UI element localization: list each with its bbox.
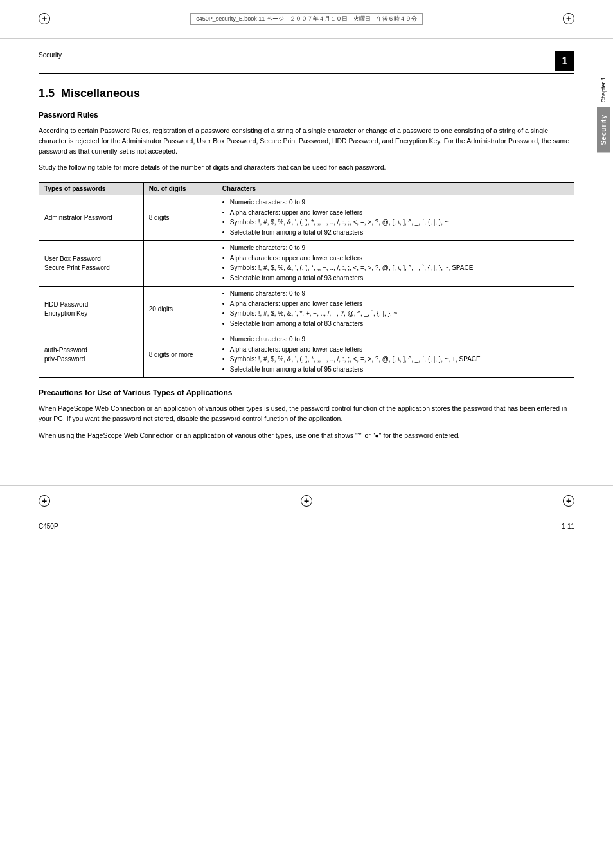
main-content: Security 1 1.5 Miscellaneous Password Ru… (0, 39, 613, 485)
section-title: 1.5 Miscellaneous (39, 87, 574, 100)
char-item: Numeric characters: 0 to 9 (222, 198, 569, 208)
char-list-hdd: Numeric characters: 0 to 9 Alpha charact… (222, 289, 569, 329)
char-item: Selectable from among a total of 83 char… (222, 320, 569, 329)
char-list-auth: Numeric characters: 0 to 9 Alpha charact… (222, 335, 569, 374)
top-registration-bar: c450P_security_E.book 11 ページ ２００７年４月１０日 … (0, 0, 613, 39)
table-header-characters: Characters (217, 183, 574, 195)
table-row: User Box Password Secure Print Password … (39, 241, 574, 287)
subsection-title-password-rules: Password Rules (39, 111, 574, 120)
char-item: Alpha characters: upper and lower case l… (222, 300, 569, 309)
table-row: Administrator Password 8 digits Numeric … (39, 195, 574, 241)
subsection-title-precautions: Precautions for Use of Various Types of … (39, 388, 574, 397)
pw-type-admin: Administrator Password (39, 195, 144, 241)
left-content-area: Security 1 1.5 Miscellaneous Password Ru… (0, 39, 594, 460)
section-label: Security (39, 51, 62, 59)
top-right-reg-mark (563, 13, 574, 24)
char-item: Numeric characters: 0 to 9 (222, 244, 569, 253)
bottom-registration-bar (0, 485, 613, 518)
char-item: Symbols: !, #, $, %, &, ', (, ), *, ,, −… (222, 218, 569, 228)
char-item: Symbols: !, #, $, %, &, ', (, ), *, ,, −… (222, 355, 569, 365)
pw-type-userbox: User Box Password Secure Print Password (39, 241, 144, 287)
password-rules-para-1: According to certain Password Rules, reg… (39, 126, 574, 156)
pw-digits-admin: 8 digits (143, 195, 217, 241)
char-item: Numeric characters: 0 to 9 (222, 289, 569, 299)
char-item: Selectable from among a total of 93 char… (222, 274, 569, 284)
table-header-types: Types of passwords (39, 183, 144, 195)
table-row: HDD Password Encryption Key 20 digits Nu… (39, 287, 574, 332)
char-list-admin: Numeric characters: 0 to 9 Alpha charact… (222, 198, 569, 237)
pw-type-auth: auth-Password priv-Password (39, 332, 144, 378)
footer-right-label: 1-11 (562, 523, 574, 530)
char-item: Symbols: !, #, $, %, &, ', (, ), *, ,, −… (222, 264, 569, 273)
char-item: Numeric characters: 0 to 9 (222, 335, 569, 345)
pw-digits-auth: 8 digits or more (143, 332, 217, 378)
book-info: c450P_security_E.book 11 ページ ２００７年４月１０日 … (190, 13, 423, 25)
table-row: auth-Password priv-Password 8 digits or … (39, 332, 574, 378)
bottom-center-reg-mark (301, 495, 312, 507)
pw-chars-userbox: Numeric characters: 0 to 9 Alpha charact… (217, 241, 574, 287)
char-item: Symbols: !, #, $, %, &, ', *, +, −, .., … (222, 309, 569, 319)
pw-type-hdd: HDD Password Encryption Key (39, 287, 144, 332)
bottom-left-reg-mark (39, 495, 50, 507)
char-item: Selectable from among a total of 95 char… (222, 365, 569, 375)
chapter-label: Chapter 1 (600, 77, 607, 103)
right-sidebar: Chapter 1 Security (594, 39, 613, 460)
table-header-digits: No. of digits (143, 183, 217, 195)
page: c450P_security_E.book 11 ページ ２００７年４月１０日 … (0, 0, 613, 868)
password-rules-para-2: Study the following table for more detai… (39, 163, 574, 173)
section-tab: Security (597, 107, 610, 152)
pw-chars-admin: Numeric characters: 0 to 9 Alpha charact… (217, 195, 574, 241)
page-footer: C450P 1-11 (0, 523, 613, 530)
char-item: Alpha characters: upper and lower case l… (222, 345, 569, 355)
chapter-number-box: 1 (555, 51, 574, 71)
precautions-para-1: When PageScope Web Connection or an appl… (39, 404, 574, 424)
char-list-userbox: Numeric characters: 0 to 9 Alpha charact… (222, 244, 569, 283)
bottom-right-reg-mark (563, 495, 574, 507)
pw-chars-auth: Numeric characters: 0 to 9 Alpha charact… (217, 332, 574, 378)
pw-chars-hdd: Numeric characters: 0 to 9 Alpha charact… (217, 287, 574, 332)
char-item: Selectable from among a total of 92 char… (222, 228, 569, 238)
top-left-reg-mark (39, 13, 50, 24)
page-header: Security 1 (39, 51, 574, 74)
char-item: Alpha characters: upper and lower case l… (222, 208, 569, 218)
precautions-para-2: When using the PageScope Web Connection … (39, 431, 574, 441)
char-item: Alpha characters: upper and lower case l… (222, 254, 569, 264)
footer-left-label: C450P (39, 523, 58, 530)
pw-digits-userbox (143, 241, 217, 287)
password-table: Types of passwords No. of digits Charact… (39, 182, 574, 378)
pw-digits-hdd: 20 digits (143, 287, 217, 332)
